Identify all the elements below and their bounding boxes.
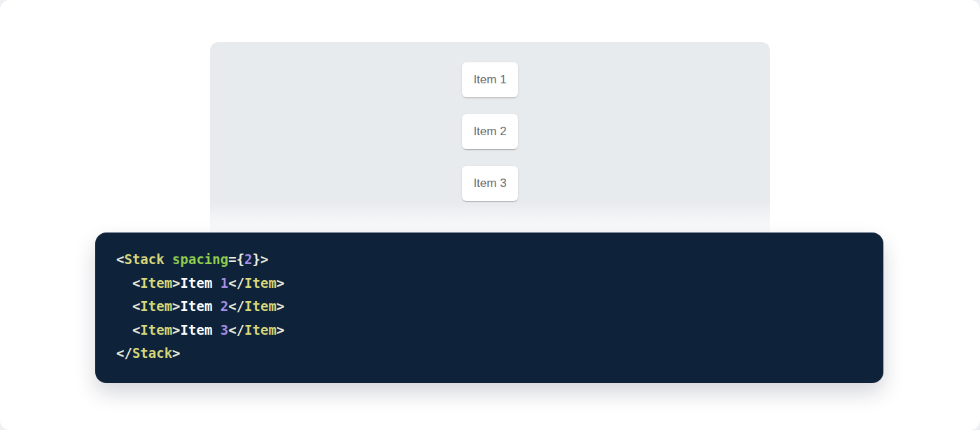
- code-token-plain: Item: [181, 298, 220, 314]
- code-line: <Item>Item 2</Item>: [116, 295, 862, 319]
- stack-item: Item 1: [462, 62, 518, 97]
- stack-demo-panel: Item 1Item 2Item 3: [210, 42, 770, 238]
- code-token-number: 2: [220, 298, 228, 314]
- code-token-tag: Item: [244, 298, 276, 314]
- code-token-punct: >: [172, 345, 180, 361]
- stack-item: Item 2: [462, 114, 518, 149]
- stack-container: Item 1Item 2Item 3: [210, 42, 770, 201]
- code-token-punct: <: [132, 322, 140, 338]
- code-line: <Item>Item 3</Item>: [116, 319, 862, 342]
- stack-item-label: Item 3: [473, 176, 506, 190]
- code-token-plain: Item: [181, 322, 220, 338]
- code-token-punct: </: [228, 322, 244, 338]
- code-line: <Stack spacing={2}>: [116, 248, 862, 272]
- code-token-tag: Stack: [124, 251, 164, 267]
- code-token-plain: [116, 275, 132, 291]
- code-token-number: 2: [244, 251, 252, 267]
- code-token-punct: </: [228, 275, 244, 291]
- code-token-punct: <: [116, 251, 124, 267]
- code-token-number: 1: [220, 275, 228, 291]
- code-token-punct: }>: [253, 251, 269, 267]
- code-token-punct: </: [116, 345, 132, 361]
- code-token-punct: >: [172, 275, 180, 291]
- code-line: <Item>Item 1</Item>: [116, 272, 862, 296]
- code-token-plain: [116, 298, 132, 314]
- code-token-tag: Stack: [132, 345, 172, 361]
- code-token-punct: >: [276, 275, 284, 291]
- code-line: </Stack>: [116, 342, 862, 366]
- code-token-punct: >: [276, 298, 284, 314]
- app-card: Item 1Item 2Item 3 <Stack spacing={2}> <…: [0, 0, 980, 430]
- code-token-punct: <: [132, 275, 140, 291]
- code-token-tag: Item: [140, 275, 172, 291]
- code-block: <Stack spacing={2}> <Item>Item 1</Item> …: [95, 233, 883, 383]
- code-token-plain: [116, 322, 132, 338]
- code-token-plain: Item: [181, 275, 220, 291]
- stack-item-label: Item 1: [473, 73, 506, 87]
- code-token-tag: Item: [244, 275, 276, 291]
- code-token-tag: Item: [140, 298, 172, 314]
- code-token-punct: </: [228, 298, 244, 314]
- code-token-tag: Item: [244, 322, 276, 338]
- stack-item-label: Item 2: [473, 125, 506, 139]
- code-token-plain: [164, 251, 172, 267]
- code-token-punct: >: [172, 322, 180, 338]
- code-token-attr: spacing: [172, 251, 228, 267]
- code-token-punct: >: [172, 298, 180, 314]
- code-token-tag: Item: [140, 322, 172, 338]
- code-token-number: 3: [220, 322, 228, 338]
- code-token-punct: ={: [228, 251, 244, 267]
- code-token-punct: >: [276, 322, 284, 338]
- stack-item: Item 3: [462, 166, 518, 201]
- code-token-punct: <: [132, 298, 140, 314]
